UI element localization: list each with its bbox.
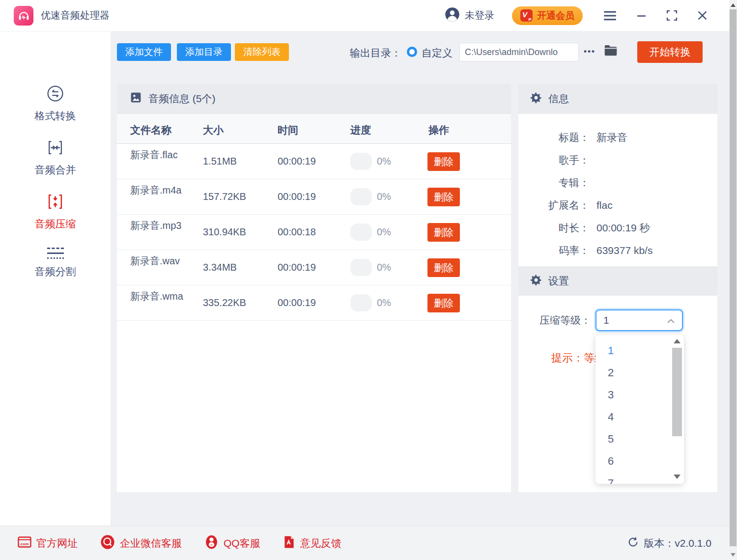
app-window: 优速音频处理器 未登录 V IP 开通会员 [0, 0, 737, 560]
scroll-up-arrow[interactable] [731, 3, 736, 7]
dropdown-option[interactable]: 4 [595, 406, 684, 428]
progress-pill [350, 259, 372, 276]
custom-output-radio[interactable] [407, 47, 417, 57]
file-panel-title: 音频信息 (5个) [148, 92, 216, 106]
info-field-title: 标题： 新录音 [518, 126, 717, 149]
info-fields: 标题： 新录音 歌手： 专辑： 扩展名： flac 时长： 00:00:19 秒… [518, 114, 717, 262]
compress-level-label: 压缩等级： [518, 313, 591, 327]
footer: .com 官方网址 企业微信客服 [0, 526, 729, 560]
qq-support-link[interactable]: QQ客服 [204, 534, 260, 552]
file-duration: 00:00:18 [278, 226, 316, 238]
delete-button[interactable]: 删除 [427, 223, 460, 242]
progress-percent: 0% [377, 191, 391, 202]
chevron-up-icon [667, 314, 675, 326]
window-scrollbar[interactable] [729, 0, 737, 560]
official-site-link[interactable]: .com 官方网址 [18, 536, 78, 551]
open-folder-icon[interactable] [603, 44, 618, 58]
custom-output-radio-label[interactable]: 自定义 [422, 46, 453, 60]
scrollbar-thumb[interactable] [672, 348, 682, 436]
dropdown-option[interactable]: 6 [595, 450, 684, 472]
scroll-up-arrow[interactable] [674, 339, 680, 343]
progress-pill [350, 188, 372, 205]
website-icon: .com [18, 536, 31, 551]
add-file-button[interactable]: 添加文件 [117, 43, 171, 61]
feedback-link[interactable]: 意见反馈 [283, 535, 341, 551]
window-controls [603, 10, 708, 21]
app-logo-icon [14, 6, 33, 26]
titlebar-right: 未登录 V IP 开通会员 [445, 6, 708, 25]
compress-level-dropdown: 1 2 3 4 5 6 7 [595, 335, 684, 484]
sidebar-item-label: 音频压缩 [35, 217, 76, 231]
vip-button[interactable]: V IP 开通会员 [512, 6, 583, 25]
table-row[interactable]: 新录音.wma 335.22KB 00:00:19 0% 删除 [117, 285, 511, 321]
dropdown-option[interactable]: 1 [595, 339, 684, 362]
vip-button-label: 开通会员 [537, 9, 574, 22]
wechat-support-link[interactable]: 企业微信客服 [100, 534, 182, 552]
audio-file-panel: 音频信息 (5个) 文件名称 大小 时间 进度 操作 新录音.flac 1.51… [117, 84, 511, 492]
minimize-button[interactable] [636, 10, 647, 21]
sidebar-item-audio-merge[interactable]: 音频合并 [0, 139, 111, 177]
progress-percent: 0% [377, 297, 391, 308]
delete-button[interactable]: 删除 [427, 294, 460, 312]
delete-button[interactable]: 删除 [427, 188, 460, 206]
progress-percent: 0% [377, 262, 391, 273]
menu-button[interactable] [603, 11, 617, 21]
close-button[interactable] [697, 10, 708, 21]
dropdown-option[interactable]: 3 [595, 384, 684, 406]
sidebar: 格式转换 音频合并 音频压缩 音频分割 [0, 31, 111, 526]
progress-percent: 0% [377, 156, 391, 167]
app-brand: 优速音频处理器 [14, 6, 110, 26]
gear-icon [530, 92, 542, 106]
scroll-down-arrow[interactable] [674, 475, 680, 479]
clear-list-button[interactable]: 清除列表 [235, 43, 289, 61]
version-text: 版本：v2.0.1.0 [644, 536, 711, 550]
sidebar-item-format-convert[interactable]: 格式转换 [0, 84, 111, 123]
user-account[interactable]: 未登录 [445, 7, 494, 25]
sidebar-item-audio-compress[interactable]: 音频压缩 [0, 193, 111, 231]
feedback-doc-icon [283, 535, 295, 551]
output-dir-label: 输出目录： [350, 46, 401, 60]
output-path-input[interactable] [459, 43, 579, 61]
compress-level-value: 1 [603, 314, 609, 326]
scroll-down-arrow[interactable] [731, 553, 736, 557]
version-info: 版本：v2.0.1.0 [627, 536, 711, 550]
audio-info-icon [130, 91, 142, 106]
file-name: 新录音.wma [130, 289, 186, 304]
table-header: 文件名称 大小 时间 进度 操作 [117, 114, 511, 144]
file-name: 新录音.flac [130, 147, 186, 163]
format-convert-icon [46, 84, 64, 105]
file-size: 157.72KB [203, 191, 246, 202]
table-row[interactable]: 新录音.m4a 157.72KB 00:00:19 0% 删除 [117, 179, 511, 215]
maximize-button[interactable] [666, 10, 678, 21]
browse-more-button[interactable]: ••• [584, 47, 595, 56]
delete-button[interactable]: 删除 [427, 152, 460, 171]
dropdown-option[interactable]: 7 [595, 472, 684, 484]
scrollbar-thumb[interactable] [730, 9, 737, 546]
compress-level-select[interactable]: 1 [595, 309, 683, 331]
info-panel-header: 信息 [518, 84, 717, 114]
dropdown-option[interactable]: 2 [595, 362, 684, 384]
add-dir-button[interactable]: 添加目录 [177, 43, 231, 61]
table-row[interactable]: 新录音.flac 1.51MB 00:00:19 0% 删除 [117, 144, 511, 179]
file-panel-header: 音频信息 (5个) [117, 84, 511, 114]
file-name: 新录音.m4a [130, 183, 186, 198]
wechat-icon [100, 534, 115, 552]
start-convert-button[interactable]: 开始转换 [637, 41, 703, 63]
dropdown-options: 1 2 3 4 5 6 7 [595, 335, 684, 484]
table-row[interactable]: 新录音.wav 3.34MB 00:00:19 0% 删除 [117, 250, 511, 285]
refresh-icon[interactable] [627, 536, 639, 550]
column-header-time: 时间 [278, 123, 298, 137]
progress-pill [350, 294, 372, 311]
file-size: 3.34MB [203, 262, 237, 273]
table-row[interactable]: 新录音.mp3 310.94KB 00:00:18 0% 删除 [117, 215, 511, 250]
column-header-name: 文件名称 [130, 123, 171, 137]
file-duration: 00:00:19 [278, 297, 316, 308]
dropdown-scrollbar[interactable] [672, 335, 682, 484]
delete-button[interactable]: 删除 [427, 258, 460, 277]
sidebar-item-audio-split[interactable]: 音频分割 [0, 247, 111, 279]
login-status: 未登录 [465, 9, 494, 22]
column-header-action: 操作 [428, 123, 449, 137]
gear-icon [530, 274, 542, 288]
file-size: 1.51MB [203, 156, 237, 167]
dropdown-option[interactable]: 5 [595, 428, 684, 450]
